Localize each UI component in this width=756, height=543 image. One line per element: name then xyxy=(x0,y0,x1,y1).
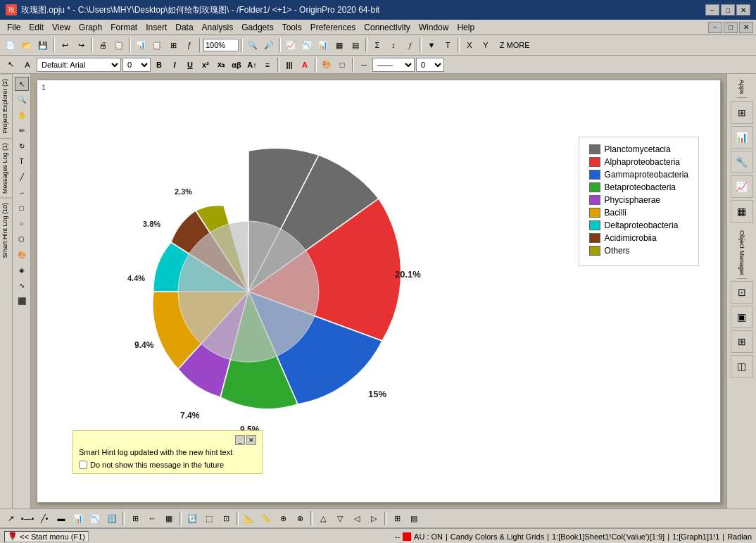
btm-btn18[interactable]: △ xyxy=(315,511,331,526)
right-tool9[interactable]: ◫ xyxy=(731,355,753,377)
right-tool8[interactable]: ⊞ xyxy=(731,330,753,353)
indicator-tool[interactable]: ◈ xyxy=(15,263,29,277)
bold-btn[interactable]: B xyxy=(152,58,166,72)
rotate-tool[interactable]: ↻ xyxy=(15,139,29,153)
new-func-btn[interactable]: ƒ xyxy=(182,37,197,53)
right-tool6[interactable]: ⊡ xyxy=(731,281,753,304)
messages-log-tab[interactable]: Messages Log (1) xyxy=(0,138,12,198)
select-tool[interactable]: ↖ xyxy=(15,77,29,91)
xyz1-btn[interactable]: X xyxy=(462,37,477,53)
project-explorer-tab[interactable]: Project Explorer (2) xyxy=(0,74,12,138)
circle-tool[interactable]: ○ xyxy=(15,216,29,230)
curve-tool[interactable]: ∿ xyxy=(15,278,29,292)
right-tool5[interactable]: ▦ xyxy=(731,200,753,223)
chart5-btn[interactable]: ▤ xyxy=(348,37,363,53)
right-tool7[interactable]: ▣ xyxy=(731,306,753,328)
save-btn[interactable]: 💾 xyxy=(35,37,51,53)
btm-btn23[interactable]: ▤ xyxy=(406,511,422,526)
pointer-btn[interactable]: ↖ xyxy=(3,57,18,73)
btm-btn20[interactable]: ◁ xyxy=(349,511,365,526)
new-graph-btn[interactable]: 📊 xyxy=(133,37,149,53)
font-color-btn[interactable]: A xyxy=(298,58,312,72)
menu-analysis[interactable]: Analysis xyxy=(198,21,238,34)
smart-hint-minimize-btn[interactable]: _ xyxy=(235,435,245,445)
zoom-input[interactable] xyxy=(203,39,239,51)
line-tool[interactable]: ╱ xyxy=(15,170,29,184)
btm-btn7[interactable]: 🔢 xyxy=(104,511,120,526)
menu-gadgets[interactable]: Gadgets xyxy=(237,21,277,34)
menu-edit[interactable]: Edit xyxy=(25,21,48,34)
chart2-btn[interactable]: 📉 xyxy=(299,37,315,53)
rect-tool[interactable]: □ xyxy=(15,201,29,215)
right-tool1[interactable]: ⊞ xyxy=(731,101,753,124)
smart-hint-checkbox[interactable] xyxy=(79,461,87,469)
btm-btn1[interactable]: ↗ xyxy=(3,511,18,526)
btm-btn8[interactable]: ⊞ xyxy=(127,511,143,526)
menu-graph[interactable]: Graph xyxy=(75,21,106,34)
new-btn[interactable]: 📄 xyxy=(3,37,18,53)
menu-tools[interactable]: Tools xyxy=(278,21,306,34)
btm-btn2[interactable]: •—• xyxy=(20,511,35,526)
minimize-btn[interactable]: − xyxy=(705,4,719,15)
apps-tab[interactable]: Apps xyxy=(737,77,747,98)
new-matrix-btn[interactable]: ⊞ xyxy=(165,37,181,53)
btm-btn15[interactable]: 📏 xyxy=(258,511,274,526)
text-style-btn[interactable]: A xyxy=(20,57,35,73)
btm-btn9[interactable]: ↔ xyxy=(144,511,160,526)
btm-btn6[interactable]: 📉 xyxy=(87,511,103,526)
fill-tool[interactable]: ⬛ xyxy=(15,294,29,308)
right-tool2[interactable]: 📊 xyxy=(731,126,753,149)
chart1-btn[interactable]: 📈 xyxy=(283,37,298,53)
subscript-btn[interactable]: x₂ xyxy=(214,58,228,72)
xyz2-btn[interactable]: Y xyxy=(478,37,493,53)
draw-tool[interactable]: ✏ xyxy=(15,123,29,137)
btm-btn12[interactable]: ⬚ xyxy=(201,511,217,526)
right-tool3[interactable]: 🔧 xyxy=(731,151,753,173)
btm-btn11[interactable]: 🔃 xyxy=(184,511,200,526)
btm-btn10[interactable]: ▦ xyxy=(161,511,177,526)
menu-insert[interactable]: Insert xyxy=(141,21,171,34)
zoom-out-btn[interactable]: 🔎 xyxy=(261,37,277,53)
line-style-btn[interactable]: ||| xyxy=(282,58,296,72)
btm-btn21[interactable]: ▷ xyxy=(366,511,382,526)
smart-hint-tab[interactable]: Smart Hint Log (10) xyxy=(0,198,12,263)
chart4-btn[interactable]: ▦ xyxy=(332,37,347,53)
smart-hint-close-btn[interactable]: ✕ xyxy=(246,435,256,445)
sort-btn[interactable]: ↕ xyxy=(386,37,401,53)
btm-btn14[interactable]: 📐 xyxy=(241,511,257,526)
maximize-btn[interactable]: □ xyxy=(721,4,735,15)
color-tool[interactable]: 🎨 xyxy=(15,247,29,261)
region-tool[interactable]: ⬡ xyxy=(15,232,29,246)
btm-btn19[interactable]: ▽ xyxy=(332,511,348,526)
close-btn[interactable]: ✕ xyxy=(736,4,750,15)
italic-btn[interactable]: I xyxy=(168,58,182,72)
border-btn[interactable]: □ xyxy=(335,58,349,72)
fill-color-btn[interactable]: 🎨 xyxy=(320,58,334,72)
btm-btn17[interactable]: ⊗ xyxy=(292,511,308,526)
more-btn[interactable]: MORE xyxy=(510,37,526,53)
mdi-max-btn[interactable]: □ xyxy=(724,22,738,33)
menu-preferences[interactable]: Preferences xyxy=(306,21,360,34)
size-num-select[interactable]: 0 xyxy=(416,58,444,72)
filter1-btn[interactable]: ▼ xyxy=(424,37,439,53)
page-canvas[interactable]: 1 28.1% 20.1% 15% 9.5% 7.4% xyxy=(37,80,721,503)
menu-format[interactable]: Format xyxy=(106,21,141,34)
right-tool4[interactable]: 📈 xyxy=(731,175,753,198)
formula-btn[interactable]: 𝑓 xyxy=(402,37,417,53)
font-select[interactable]: Default: Arial xyxy=(37,58,121,72)
zoom-tool[interactable]: 🔍 xyxy=(15,92,29,106)
stat-btn[interactable]: Σ xyxy=(370,37,385,53)
open-btn[interactable]: 📂 xyxy=(19,37,34,53)
menu-file[interactable]: File xyxy=(3,21,25,34)
menu-connectivity[interactable]: Connectivity xyxy=(360,21,414,34)
btm-btn16[interactable]: ⊕ xyxy=(275,511,291,526)
btm-btn5[interactable]: 📊 xyxy=(70,511,86,526)
underline-btn[interactable]: U xyxy=(183,58,197,72)
special-char-btn[interactable]: αβ xyxy=(229,58,244,72)
filter2-btn[interactable]: T xyxy=(440,37,455,53)
btm-btn3[interactable]: ╱• xyxy=(37,511,52,526)
zoom-in-btn[interactable]: 🔍 xyxy=(245,37,260,53)
copy-page-btn[interactable]: 📋 xyxy=(111,37,127,53)
chart3-btn[interactable]: 📊 xyxy=(315,37,331,53)
new-worksheet-btn[interactable]: 📋 xyxy=(149,37,165,53)
